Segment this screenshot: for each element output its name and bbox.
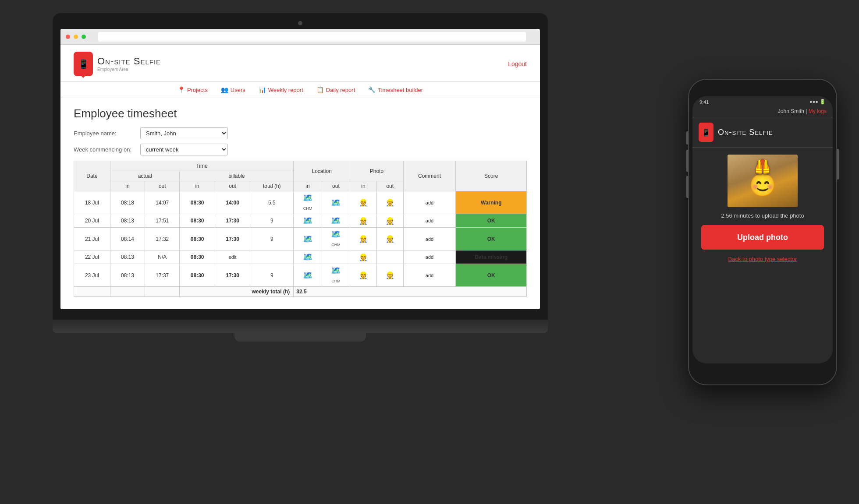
cell-loc-in[interactable]: 🗺️: [294, 214, 322, 228]
laptop: 📱 On-site Selfie Employers Area Logout 📍…: [53, 13, 548, 490]
nav-item-weekly-report[interactable]: 📊 Weekly report: [259, 86, 303, 93]
cell-photo-out: 👷: [376, 264, 403, 287]
nav-label-users: Users: [231, 87, 245, 93]
cell-score: Warning: [456, 191, 527, 214]
back-to-selector-link[interactable]: Back to photo type selector: [728, 256, 797, 262]
cell-score: OK: [456, 214, 527, 228]
col-billable-out: out: [215, 181, 250, 191]
weekly-total-label: weekly total (h): [180, 287, 294, 297]
phone-separator: |: [804, 108, 809, 114]
col-actual-in: in: [110, 181, 145, 191]
col-time-group: Time: [110, 161, 293, 171]
page-title: Employee timesheet: [74, 107, 527, 120]
cell-actual-out: 17:37: [145, 264, 180, 287]
col-location-group: Location: [294, 161, 350, 181]
cell-loc-out[interactable]: 🗺️: [322, 191, 350, 214]
phone-status-bar: 9:41 ●●● 🔋: [692, 96, 833, 106]
app-logo-icon: 📱: [74, 52, 93, 76]
nav-item-users[interactable]: 👥 Users: [221, 86, 245, 93]
address-bar[interactable]: [98, 32, 526, 42]
logout-button[interactable]: Logout: [508, 60, 527, 67]
cell-billable-out[interactable]: edit: [215, 250, 250, 264]
cell-comment-add[interactable]: add: [403, 250, 456, 264]
cell-billable-out: 14:00: [215, 191, 250, 214]
cell-billable-total: 9: [250, 228, 294, 250]
weekly-report-icon: 📊: [259, 86, 266, 93]
nav-label-weekly-report: Weekly report: [268, 87, 303, 93]
nav-item-projects[interactable]: 📍 Projects: [177, 86, 208, 93]
app-sub: Employers Area: [97, 67, 161, 72]
cell-loc-out[interactable]: 🗺️CHM: [322, 228, 350, 250]
minimize-dot[interactable]: [74, 35, 78, 39]
phone-btn-power: [837, 149, 839, 180]
cell-comment-add[interactable]: add: [403, 228, 456, 250]
nav-label-timesheet-builder: Timesheet builder: [378, 87, 423, 93]
cell-photo-in: 👷: [350, 191, 377, 214]
col-score: Score: [456, 161, 527, 191]
phone: 9:41 ●●● 🔋 John Smith | My logs 📱 On-sit…: [688, 79, 837, 385]
phone-signal-icons: ●●● 🔋: [809, 99, 826, 105]
nav-label-projects: Projects: [187, 87, 208, 93]
laptop-base: [53, 320, 548, 333]
cell-score: OK: [456, 264, 527, 287]
close-dot[interactable]: [66, 35, 70, 39]
daily-report-icon: 📋: [316, 86, 324, 93]
employee-select[interactable]: Smith, John: [140, 127, 228, 139]
cell-actual-out: 17:51: [145, 214, 180, 228]
phone-my-logs[interactable]: My logs: [809, 108, 827, 114]
cell-comment-add[interactable]: add: [403, 214, 456, 228]
worker-photo: 🦺 😊: [728, 155, 798, 207]
cell-billable-in: 08:30: [180, 191, 215, 214]
laptop-screen: 📱 On-site Selfie Employers Area Logout 📍…: [60, 29, 540, 309]
logo-area: 📱 On-site Selfie Employers Area: [74, 52, 161, 76]
app-brand: On-site Selfie: [97, 56, 161, 67]
app-content: 📱 On-site Selfie Employers Area Logout 📍…: [60, 45, 540, 309]
cell-billable-in: 08:30: [180, 214, 215, 228]
nav-item-daily-report[interactable]: 📋 Daily report: [316, 86, 355, 93]
cell-photo-in: 👷: [350, 228, 377, 250]
laptop-stand: [234, 333, 366, 342]
cell-loc-out[interactable]: 🗺️CHM: [322, 264, 350, 287]
cell-photo-in: 👷: [350, 264, 377, 287]
cell-photo-out: 👷: [376, 228, 403, 250]
logo-text: On-site Selfie Employers Area: [97, 56, 161, 72]
cell-photo-in: 👷: [350, 214, 377, 228]
cell-actual-in: 08:14: [110, 228, 145, 250]
cell-comment-add[interactable]: add: [403, 264, 456, 287]
cell-loc-in[interactable]: 🗺️: [294, 264, 322, 287]
browser-chrome: [60, 29, 540, 45]
cell-loc-in[interactable]: 🗺️: [294, 228, 322, 250]
cell-actual-in: 08:18: [110, 191, 145, 214]
cell-date: 23 Jul: [74, 264, 110, 287]
cell-loc-in[interactable]: 🗺️: [294, 250, 322, 264]
upload-photo-button[interactable]: Upload photo: [701, 225, 824, 250]
table-row: 20 Jul 08:13 17:51 08:30 17:30 9 🗺️ 🗺️ 👷…: [74, 214, 527, 228]
week-select[interactable]: current week: [140, 144, 228, 155]
cell-comment-add[interactable]: add: [403, 191, 456, 214]
table-row: 21 Jul 08:14 17:32 08:30 17:30 9 🗺️ 🗺️CH…: [74, 228, 527, 250]
maximize-dot[interactable]: [82, 35, 86, 39]
col-photo-in: in: [350, 181, 377, 191]
worker-face: 😊: [749, 173, 776, 198]
cell-actual-in: 08:13: [110, 250, 145, 264]
cell-loc-out[interactable]: 🗺️: [322, 214, 350, 228]
phone-btn-vol-up: [686, 150, 688, 172]
cell-date: 20 Jul: [74, 214, 110, 228]
cell-loc-out[interactable]: [322, 250, 350, 264]
weekly-total-row: weekly total (h) 32.5: [74, 287, 527, 297]
cell-score: Data missing: [456, 250, 527, 264]
col-actual-out: out: [145, 181, 180, 191]
app-header: 📱 On-site Selfie Employers Area Logout: [60, 45, 540, 82]
phone-user-header: John Smith | My logs: [692, 106, 833, 117]
nav-item-timesheet-builder[interactable]: 🔧 Timesheet builder: [368, 86, 423, 93]
cell-date: 22 Jul: [74, 250, 110, 264]
laptop-camera: [298, 21, 302, 25]
cell-loc-in[interactable]: 🗺️CHM: [294, 191, 322, 214]
main-area: Employee timesheet Employee name: Smith,…: [60, 98, 540, 306]
cell-billable-out: 17:30: [215, 228, 250, 250]
weekly-total-value: 32.5: [294, 287, 527, 297]
helmet-icon: 🦺: [754, 158, 771, 175]
col-photo-out: out: [376, 181, 403, 191]
col-billable-in: in: [180, 181, 215, 191]
cell-actual-in: 08:13: [110, 264, 145, 287]
